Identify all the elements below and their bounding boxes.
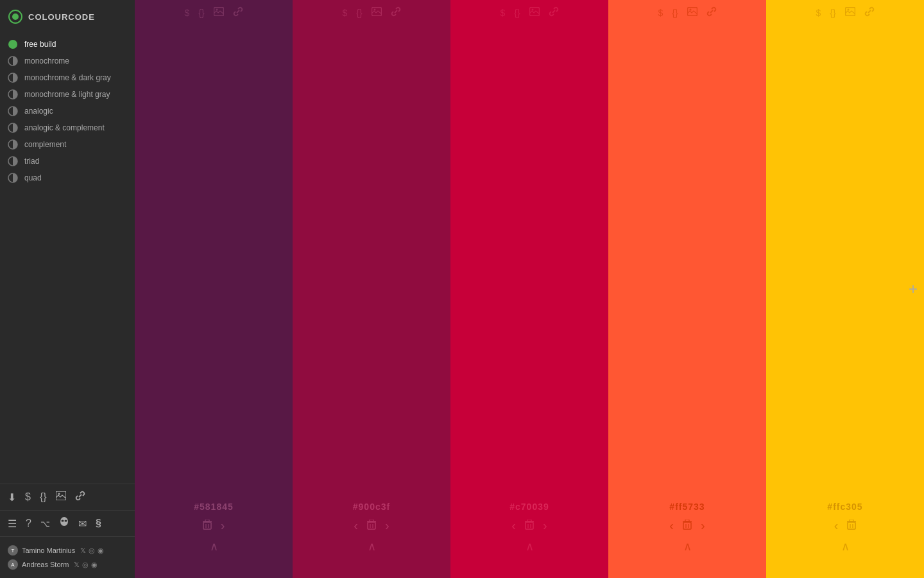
code-icon[interactable]: {} — [40, 491, 47, 503]
sidebar-item-quad[interactable]: quad — [0, 170, 135, 186]
panel-3-code-icon[interactable]: {} — [514, 8, 520, 18]
panel-5-code-icon[interactable]: {} — [830, 8, 835, 18]
link-icon[interactable] — [75, 491, 85, 504]
panel-1-color-area — [135, 25, 293, 495]
panel-4-image-icon[interactable] — [687, 7, 697, 18]
sidebar-item-triad[interactable]: triad — [0, 153, 135, 170]
complement-icon — [8, 139, 18, 150]
svg-rect-20 — [205, 520, 209, 521]
panel-3-image-icon[interactable] — [529, 7, 540, 18]
mail-icon[interactable]: ✉ — [78, 518, 87, 530]
logo-icon — [8, 9, 23, 24]
panel-5-trash-icon[interactable] — [847, 520, 856, 532]
svg-rect-39 — [683, 522, 691, 529]
author-avatar-tamino: T — [8, 545, 18, 556]
tamino-twitter-icon[interactable]: 𝕏 — [80, 547, 86, 555]
color-panel-3: $ {} #c70039 ‹ — [450, 0, 608, 578]
panel-3-bottom: #c70039 ‹ › ∧ — [450, 495, 608, 578]
panel-2-dollar-icon[interactable]: $ — [342, 8, 347, 18]
quad-icon — [8, 173, 18, 183]
image-icon[interactable] — [56, 491, 66, 503]
panel-5-link-icon[interactable] — [864, 6, 875, 19]
dollar-icon[interactable]: $ — [25, 491, 31, 503]
svg-rect-18 — [203, 522, 211, 529]
panel-1-trash-icon[interactable] — [203, 520, 212, 532]
panel-2-left-icon[interactable]: ‹ — [354, 518, 358, 533]
panel-4-right-icon[interactable]: › — [701, 518, 705, 533]
panel-4-trash-icon[interactable] — [683, 520, 692, 532]
svg-point-31 — [531, 9, 533, 11]
panel-2-right-icon[interactable]: › — [385, 518, 389, 533]
panel-4-code-icon[interactable]: {} — [672, 8, 678, 18]
sidebar-item-analogic-complement[interactable]: analogic & complement — [0, 119, 135, 136]
panel-2-link-icon[interactable] — [391, 6, 401, 19]
main-panels: $ {} #581845 — [135, 0, 924, 578]
panel-1-image-icon[interactable] — [214, 7, 224, 18]
panel-2-actions: ‹ › — [354, 518, 389, 533]
git-icon[interactable]: ⌥ — [40, 519, 50, 529]
panel-2-hex: #900c3f — [353, 502, 390, 512]
panel-3-link-icon[interactable] — [549, 6, 559, 19]
sidebar-item-analogic[interactable]: analogic — [0, 103, 135, 119]
panel-5-dollar-icon[interactable]: $ — [816, 8, 821, 18]
panel-2-code-icon[interactable]: {} — [356, 8, 362, 18]
panel-4-actions: ‹ › — [669, 518, 705, 533]
panel-2-trash-icon[interactable] — [367, 520, 376, 532]
author-links-tamino: 𝕏 ◎ ◉ — [80, 547, 104, 555]
panel-1-code-icon[interactable]: {} — [198, 8, 204, 18]
panel-5-image-icon[interactable] — [845, 7, 855, 18]
panel-1-bottom: #581845 › ∧ — [135, 495, 293, 578]
hamburger-icon[interactable]: ☰ — [8, 518, 17, 530]
panel-5-bottom: #ffc305 ‹ ∧ — [766, 495, 924, 578]
tamino-globe-icon[interactable]: ◎ — [89, 547, 95, 555]
panel-4-dollar-icon[interactable]: $ — [658, 8, 663, 18]
sidebar-item-free-build[interactable]: free build — [0, 36, 135, 53]
svg-point-38 — [689, 9, 691, 11]
panel-2-top-icons: $ {} — [293, 0, 450, 25]
panel-4-top-icons: $ {} — [608, 0, 766, 25]
panel-1-hex: #581845 — [194, 502, 234, 512]
panel-1-chevron-up[interactable]: ∧ — [210, 539, 218, 559]
panel-5-color-area — [766, 25, 924, 495]
add-panel-button[interactable]: + — [909, 280, 918, 298]
panel-3-trash-icon[interactable] — [525, 520, 534, 532]
logo-text: COLOURCODE — [28, 12, 95, 22]
help-icon[interactable]: ? — [26, 518, 31, 529]
sidebar-item-monochrome-light-gray[interactable]: monochrome & light gray — [0, 86, 135, 103]
download-icon[interactable]: ⬇ — [8, 491, 16, 504]
panel-2-image-icon[interactable] — [372, 7, 382, 18]
andreas-dribbble-icon[interactable]: ◉ — [91, 561, 98, 569]
s-icon[interactable]: § — [96, 518, 101, 529]
svg-point-13 — [60, 517, 68, 526]
andreas-twitter-icon[interactable]: 𝕏 — [74, 561, 80, 569]
panel-4-left-icon[interactable]: ‹ — [669, 518, 674, 533]
panel-3-right-icon[interactable]: › — [543, 518, 547, 533]
panel-3-chevron-up[interactable]: ∧ — [526, 539, 534, 559]
panel-3-dollar-icon[interactable]: $ — [500, 8, 505, 18]
svg-point-15 — [64, 520, 67, 522]
sidebar: COLOURCODE free build monochrome monochr… — [0, 0, 135, 578]
sidebar-item-monochrome-dark-gray[interactable]: monochrome & dark gray — [0, 69, 135, 86]
panel-3-left-icon[interactable]: ‹ — [511, 518, 516, 533]
panel-5-actions: ‹ — [834, 518, 857, 533]
svg-point-2 — [8, 40, 17, 49]
panel-5-left-icon[interactable]: ‹ — [834, 518, 839, 533]
sidebar-item-monochrome[interactable]: monochrome — [0, 53, 135, 69]
svg-rect-25 — [368, 522, 375, 529]
andreas-globe-icon[interactable]: ◎ — [82, 561, 89, 569]
triad-icon — [8, 156, 18, 166]
panel-1-dollar-icon[interactable]: $ — [184, 8, 189, 18]
tamino-dribbble-icon[interactable]: ◉ — [98, 547, 104, 555]
panel-1-link-icon[interactable] — [233, 6, 243, 19]
panel-4-link-icon[interactable] — [706, 6, 717, 19]
alien-icon[interactable] — [59, 517, 69, 530]
analogic-icon — [8, 106, 18, 116]
sidebar-item-complement[interactable]: complement — [0, 136, 135, 153]
panel-1-right-icon[interactable]: › — [221, 518, 225, 533]
panel-2-bottom: #900c3f ‹ › ∧ — [293, 495, 450, 578]
panel-5-hex: #ffc305 — [827, 502, 862, 512]
panel-5-chevron-up[interactable]: ∧ — [841, 539, 850, 559]
panel-2-chevron-up[interactable]: ∧ — [368, 539, 376, 559]
toolbar-area: ⬇ $ {} — [0, 484, 135, 510]
panel-4-chevron-up[interactable]: ∧ — [683, 539, 692, 559]
